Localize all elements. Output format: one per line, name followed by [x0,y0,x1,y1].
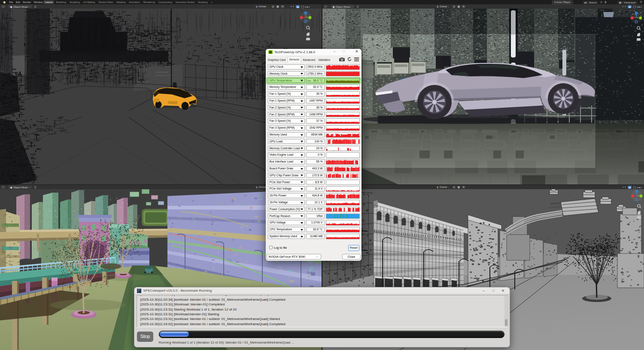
svg-text:METROVERSE: METROVERSE [156,71,169,73]
svg-text:Created by Mackenzie Shirk: Created by Mackenzie Shirk [154,75,173,76]
